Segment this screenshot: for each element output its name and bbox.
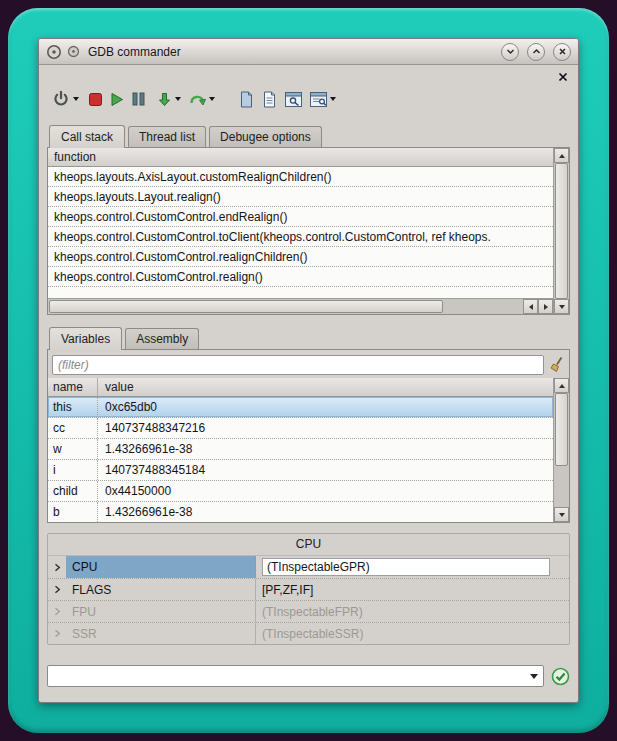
command-combobox[interactable] [47,665,544,687]
find-window-dropdown-icon[interactable] [330,97,336,101]
callstack-row[interactable]: kheops.control.CustomControl.toClient(kh… [48,227,553,247]
variables-pane: name value this 0xc65db0 cc 140737488347… [47,349,570,523]
close-dock-icon[interactable] [558,72,568,82]
tab-call-stack[interactable]: Call stack [49,125,125,148]
cpu-tree: CPU (TInspectableGPR) FLAGS [PF,ZF,IF] [48,555,569,644]
document-list-button[interactable] [262,87,277,111]
cpu-register-group: CPU [66,556,256,578]
column-header-function[interactable]: function [48,148,553,167]
tab-thread-list[interactable]: Thread list [128,126,206,147]
callstack-row[interactable]: kheops.layouts.AxisLayout.customRealignC… [48,167,553,187]
table-row[interactable]: i 140737488345184 [48,460,553,481]
step-into-dropdown-icon[interactable] [175,97,181,101]
cpu-tree-row[interactable]: FLAGS [PF,ZF,IF] [48,578,569,600]
maximize-button[interactable] [527,43,545,61]
scroll-left-button[interactable] [523,299,538,314]
watch-window-button[interactable] [285,87,302,111]
find-window-button[interactable] [310,87,327,111]
variables-vertical-scrollbar[interactable] [553,378,569,522]
document-button[interactable] [239,87,254,111]
document-list-icon [262,91,277,108]
cpu-register-value: (TInspectableSSR) [256,623,569,644]
variables-tabbar: Variables Assembly [47,327,570,349]
tab-variables[interactable]: Variables [49,327,122,350]
scrollbar-track[interactable] [554,163,569,299]
variable-name: w [48,439,98,459]
callstack-tabbar: Call stack Thread list Debugee options [47,125,570,147]
cpu-register-value: (TInspectableFPR) [256,601,569,622]
callstack-row[interactable]: kheops.control.CustomControl.realignChil… [48,247,553,267]
debug-toolbar [47,87,570,111]
expand-chevron-icon[interactable] [48,556,66,578]
scrollbar-handle[interactable] [555,163,568,299]
scroll-up-button[interactable] [554,378,569,393]
watch-window-icon [285,92,302,107]
power-button[interactable] [52,87,70,111]
scroll-up-button[interactable] [554,148,569,163]
pause-icon [132,92,145,106]
close-button[interactable] [553,43,571,61]
scrollbar-track[interactable] [444,299,523,314]
table-row[interactable]: this 0xc65db0 [48,397,553,418]
tab-debugee-options[interactable]: Debugee options [209,126,322,147]
stop-button[interactable] [89,87,102,111]
scroll-down-button[interactable] [554,507,569,522]
step-over-button[interactable] [189,87,206,111]
column-header-name[interactable]: name [48,378,98,396]
cpu-tree-row[interactable]: FPU (TInspectableFPR) [48,600,569,622]
table-row[interactable]: w 1.43266961e-38 [48,439,553,460]
table-row[interactable]: b 1.43266961e-38 [48,502,553,522]
table-row[interactable]: cc 140737488347216 [48,418,553,439]
run-button[interactable] [110,87,124,111]
gdb-commander-window: GDB commander [38,38,579,703]
command-input[interactable] [49,667,523,685]
step-into-button[interactable] [157,87,172,111]
cpu-tree-row[interactable]: CPU (TInspectableGPR) [48,556,569,578]
chevron-down-icon [530,674,538,679]
variable-name: this [48,397,98,417]
window-title: GDB commander [88,45,181,59]
variable-value: 0xc65db0 [98,397,553,417]
variable-value: 140737488347216 [98,418,553,438]
callstack-horizontal-scrollbar[interactable] [48,298,553,314]
window-titlebar[interactable]: GDB commander [39,39,578,65]
pause-button[interactable] [132,87,145,111]
cpu-tree-row[interactable]: SSR (TInspectableSSR) [48,622,569,644]
arrow-down-icon [559,513,565,517]
expand-chevron-icon[interactable] [48,623,66,644]
cpu-value-field[interactable]: (TInspectableGPR) [262,558,550,576]
power-icon [52,90,70,108]
callstack-row[interactable]: kheops.control.CustomControl.realign() [48,267,553,287]
filter-input[interactable] [52,355,544,375]
arrow-up-icon [559,384,565,388]
power-dropdown-icon[interactable] [73,97,79,101]
combo-dropdown-button[interactable] [524,666,543,686]
screenshot-stage: GDB commander [0,0,617,741]
callstack-row[interactable]: kheops.control.CustomControl.endRealign(… [48,207,553,227]
scroll-down-button[interactable] [554,299,569,314]
cpu-register-group: FPU [66,601,256,622]
expand-chevron-icon[interactable] [48,579,66,600]
step-over-icon [189,92,206,107]
arrow-left-icon [529,304,533,310]
scrollbar-handle[interactable] [555,393,568,466]
shade-button[interactable] [501,43,519,61]
cpu-register-value: [PF,ZF,IF] [256,579,569,600]
app-icon [46,44,62,60]
stop-icon [89,93,102,106]
column-header-value[interactable]: value [98,378,553,396]
table-row[interactable]: child 0x44150000 [48,481,553,502]
arrow-right-icon [544,304,548,310]
scrollbar-track[interactable] [554,393,569,507]
app-badge-icon [67,45,80,58]
callstack-pane: function kheops.layouts.AxisLayout.custo… [47,147,570,315]
tab-assembly[interactable]: Assembly [125,328,199,349]
callstack-row[interactable]: kheops.layouts.Layout.realign() [48,187,553,207]
scrollbar-handle[interactable] [49,300,443,313]
send-command-button[interactable] [551,667,570,686]
broom-icon[interactable] [549,353,566,377]
step-over-dropdown-icon[interactable] [209,97,215,101]
callstack-vertical-scrollbar[interactable] [553,148,569,314]
expand-chevron-icon[interactable] [48,601,66,622]
scroll-right-button[interactable] [538,299,553,314]
